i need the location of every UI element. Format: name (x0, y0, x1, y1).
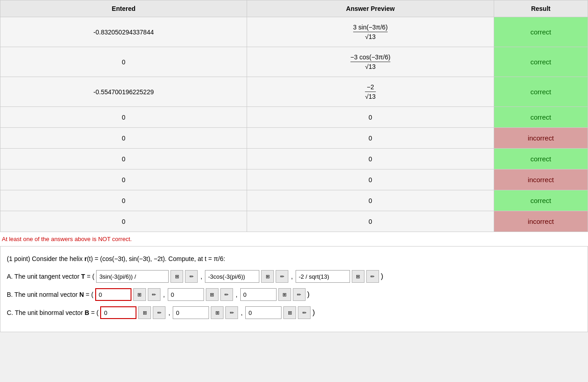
normal-field-3[interactable] (240, 288, 277, 301)
tangent-grid-btn-2[interactable]: ⊞ (261, 270, 274, 283)
tangent-pencil-btn-2[interactable]: ✏ (276, 270, 288, 283)
entered-value: 0 (0, 47, 247, 77)
pencil-icon: ✏ (297, 292, 301, 298)
part-c-row: C. The unit binormal vector B = ( ⊞ ✏ , … (7, 306, 581, 319)
answer-preview: 0 (247, 190, 494, 211)
grid-icon: ⊞ (282, 292, 287, 298)
grid-icon: ⊞ (266, 274, 270, 280)
close-paren: ) (307, 290, 310, 299)
binormal-grid-btn-1[interactable]: ⊞ (138, 306, 151, 319)
result-badge: correct (494, 190, 588, 211)
result-badge: incorrect (494, 211, 588, 232)
grid-icon: ⊞ (210, 292, 214, 298)
problem-section: (1 point) Consider the helix r(t) = (cos… (0, 246, 588, 332)
part-b-label: B. The unit normal vector N = ( (7, 291, 93, 298)
part-a-label: A. The unit tangent vector T = ( (7, 273, 94, 280)
comma: , (241, 309, 243, 316)
normal-pencil-btn-1[interactable]: ✏ (148, 288, 160, 301)
result-badge: correct (494, 47, 588, 77)
table-row: -0.554700196225229 −2 √13 correct (0, 77, 588, 107)
grid-icon: ⊞ (356, 274, 360, 280)
pencil-icon: ✏ (302, 310, 306, 316)
answer-preview: 0 (247, 128, 494, 149)
comma: , (200, 273, 202, 280)
tangent-field-1[interactable] (96, 270, 169, 283)
grid-icon: ⊞ (143, 310, 147, 316)
table-row: 0 0 correct (0, 107, 588, 128)
answer-preview: 3 sin(−3π/6) √13 (247, 17, 494, 47)
grid-icon: ⊞ (137, 292, 141, 298)
table-row: 0 0 incorrect (0, 211, 588, 232)
entered-value: 0 (0, 211, 247, 232)
table-row: 0 −3 cos(−3π/6) √13 correct (0, 47, 588, 77)
pencil-icon: ✏ (370, 274, 374, 280)
part-b-row: B. The unit normal vector N = ( ⊞ ✏ , ⊞ … (7, 288, 581, 301)
binormal-grid-btn-2[interactable]: ⊞ (211, 306, 224, 319)
answer-preview: 0 (247, 149, 494, 169)
normal-pencil-btn-3[interactable]: ✏ (293, 288, 306, 301)
result-badge: incorrect (494, 169, 588, 190)
binormal-pencil-btn-2[interactable]: ✏ (225, 306, 238, 319)
grid-icon: ⊞ (215, 310, 219, 316)
pencil-icon: ✏ (230, 310, 234, 316)
binormal-grid-btn-3[interactable]: ⊞ (283, 306, 296, 319)
entered-value: 0 (0, 169, 247, 190)
tangent-pencil-btn-3[interactable]: ✏ (366, 270, 379, 283)
main-container: Entered Answer Preview Result -0.8320502… (0, 0, 588, 332)
pencil-icon: ✏ (157, 310, 161, 316)
normal-field-1[interactable] (95, 288, 131, 301)
result-badge: correct (494, 77, 588, 107)
close-paren: ) (312, 309, 315, 317)
answer-preview: −2 √13 (247, 77, 494, 107)
problem-statement: (1 point) Consider the helix r(t) = (cos… (7, 254, 581, 264)
tangent-pencil-btn-1[interactable]: ✏ (185, 270, 198, 283)
pencil-icon: ✏ (224, 292, 228, 298)
entered-value: 0 (0, 190, 247, 211)
answer-preview: 0 (247, 211, 494, 232)
normal-grid-btn-3[interactable]: ⊞ (278, 288, 291, 301)
binormal-pencil-btn-3[interactable]: ✏ (298, 306, 311, 319)
normal-grid-btn-1[interactable]: ⊞ (133, 288, 146, 301)
binormal-pencil-btn-1[interactable]: ✏ (153, 306, 165, 319)
normal-pencil-btn-2[interactable]: ✏ (220, 288, 233, 301)
entered-value: 0 (0, 149, 247, 169)
normal-field-2[interactable] (168, 288, 204, 301)
pencil-icon: ✏ (190, 274, 194, 280)
binormal-field-3[interactable] (245, 306, 282, 319)
comma: , (291, 273, 293, 280)
entered-value: 0 (0, 107, 247, 128)
problem-points: (1 point) (7, 255, 30, 262)
vector-r: r (84, 255, 87, 262)
binormal-field-2[interactable] (173, 306, 209, 319)
col-header-entered: Entered (0, 0, 247, 17)
answer-preview: 0 (247, 107, 494, 128)
col-header-result: Result (494, 0, 588, 17)
entered-value: -0.832050294337844 (0, 17, 247, 47)
results-table: Entered Answer Preview Result -0.8320502… (0, 0, 588, 232)
close-paren: ) (381, 272, 383, 280)
tangent-field-3[interactable] (296, 270, 350, 283)
tangent-grid-btn-3[interactable]: ⊞ (352, 270, 364, 283)
comma: , (236, 291, 238, 298)
tangent-field-2[interactable] (205, 270, 259, 283)
normal-grid-btn-2[interactable]: ⊞ (206, 288, 219, 301)
result-badge: correct (494, 149, 588, 169)
table-row: 0 0 incorrect (0, 128, 588, 149)
answer-preview: 0 (247, 169, 494, 190)
tangent-grid-btn-1[interactable]: ⊞ (170, 270, 183, 283)
table-row: 0 0 correct (0, 190, 588, 211)
answer-preview: −3 cos(−3π/6) √13 (247, 47, 494, 77)
part-a-row: A. The unit tangent vector T = ( ⊞ ✏ , ⊞… (7, 270, 581, 283)
part-c-label: C. The unit binormal vector B = ( (7, 309, 98, 316)
comma: , (168, 309, 170, 316)
warning-message: At least one of the answers above is NOT… (0, 232, 588, 246)
comma: , (163, 291, 165, 298)
binormal-field-1[interactable] (100, 306, 136, 319)
result-badge: incorrect (494, 128, 588, 149)
result-badge: correct (494, 17, 588, 47)
col-header-preview: Answer Preview (247, 0, 494, 17)
table-row: -0.832050294337844 3 sin(−3π/6) √13 corr… (0, 17, 588, 47)
table-row: 0 0 correct (0, 149, 588, 169)
pencil-icon: ✏ (280, 274, 284, 280)
grid-icon: ⊞ (175, 274, 179, 280)
